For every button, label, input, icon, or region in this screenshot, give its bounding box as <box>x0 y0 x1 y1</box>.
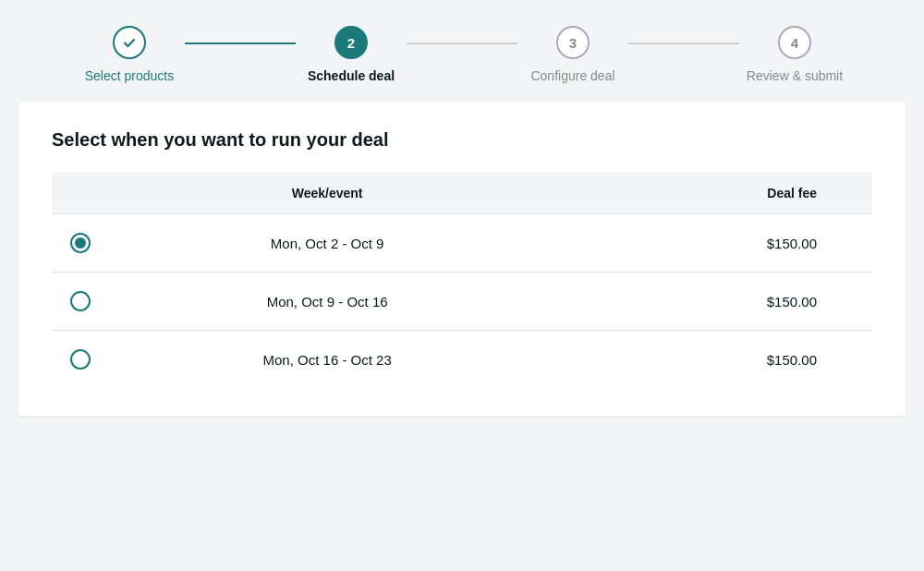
step-circle-3: 3 <box>556 26 590 59</box>
stepper-container: Select products 2 Schedule deal 3 Config… <box>0 0 924 102</box>
step-3[interactable]: 3 Configure deal <box>517 26 628 83</box>
radio-button[interactable] <box>70 349 91 370</box>
table-header-row: Week/event Deal fee <box>52 173 872 214</box>
step-label-1: Select products <box>85 68 175 83</box>
fee-cell: $150.00 <box>545 214 872 273</box>
week-cell: Mon, Oct 16 - Oct 23 <box>109 331 545 389</box>
step-circle-1 <box>113 26 146 59</box>
deal-table: Week/event Deal fee Mon, Oct 2 - Oct 9$1… <box>52 173 872 388</box>
step-label-4: Review & submit <box>747 68 843 83</box>
connector-2-3 <box>407 43 517 44</box>
step-2[interactable]: 2 Schedule deal <box>296 26 407 83</box>
radio-cell[interactable] <box>52 331 109 389</box>
step-label-2: Schedule deal <box>308 68 395 83</box>
section-title: Select when you want to run your deal <box>52 129 872 151</box>
fee-cell: $150.00 <box>545 331 872 389</box>
main-content: Select when you want to run your deal We… <box>18 102 906 416</box>
radio-inner <box>75 237 86 249</box>
table-row[interactable]: Mon, Oct 9 - Oct 16$150.00 <box>52 273 872 331</box>
step-4[interactable]: 4 Review & submit <box>739 26 850 83</box>
table-row[interactable]: Mon, Oct 2 - Oct 9$150.00 <box>52 214 872 273</box>
radio-cell[interactable] <box>52 214 109 273</box>
week-cell: Mon, Oct 9 - Oct 16 <box>109 273 545 331</box>
radio-cell[interactable] <box>52 273 109 331</box>
stepper: Select products 2 Schedule deal 3 Config… <box>74 26 850 83</box>
fee-cell: $150.00 <box>545 273 872 331</box>
th-fee: Deal fee <box>545 173 872 214</box>
step-label-3: Configure deal <box>530 68 614 83</box>
radio-button[interactable] <box>70 233 91 253</box>
th-week: Week/event <box>109 173 545 214</box>
step-1[interactable]: Select products <box>74 26 185 83</box>
step-circle-4: 4 <box>778 26 811 59</box>
connector-3-4 <box>628 43 739 44</box>
radio-button[interactable] <box>70 291 91 311</box>
connector-1-2 <box>185 43 296 44</box>
table-body: Mon, Oct 2 - Oct 9$150.00Mon, Oct 9 - Oc… <box>52 214 872 389</box>
th-radio <box>52 173 109 214</box>
table-row[interactable]: Mon, Oct 16 - Oct 23$150.00 <box>52 331 872 389</box>
step-circle-2: 2 <box>334 26 368 59</box>
week-cell: Mon, Oct 2 - Oct 9 <box>109 214 545 273</box>
